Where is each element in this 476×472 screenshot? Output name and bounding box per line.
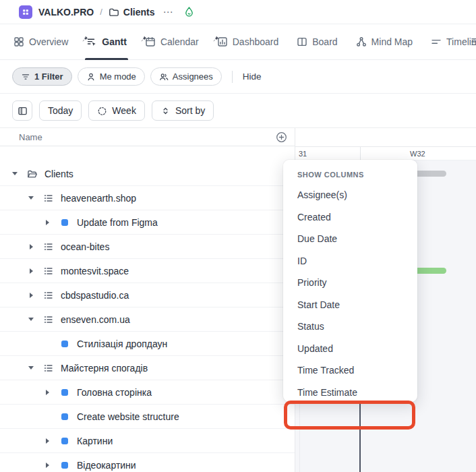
tree-row[interactable]: Відеокартини xyxy=(0,453,295,472)
view-tab-label: Dashboard xyxy=(233,36,279,47)
row-label[interactable]: cbdspastudio.ca xyxy=(61,290,129,301)
workspace-avatar[interactable] xyxy=(19,5,32,19)
gantt-toolbar: Today Week Sort by xyxy=(0,94,476,128)
add-column-button[interactable] xyxy=(276,131,287,143)
expand-caret[interactable] xyxy=(26,193,36,204)
workspace-name[interactable]: VALKO.PRO xyxy=(38,7,94,18)
show-columns-item-priority[interactable]: Priority xyxy=(283,272,417,294)
tab-gantt[interactable]: Gantt xyxy=(86,24,127,59)
list-icon xyxy=(43,266,54,276)
assignees-button[interactable]: Assignees xyxy=(150,67,222,86)
show-columns-item-status[interactable]: Status xyxy=(283,316,417,338)
task-status-square xyxy=(59,217,70,228)
tree-row[interactable]: Майстерня спогадів xyxy=(0,356,295,380)
expand-caret[interactable] xyxy=(26,314,36,325)
row-label[interactable]: Update from Figma xyxy=(77,217,158,228)
expand-caret[interactable] xyxy=(42,217,53,228)
row-label[interactable]: Картини xyxy=(77,436,113,446)
expand-caret[interactable] xyxy=(42,460,53,471)
tab-mind-map[interactable]: Mind Map xyxy=(356,24,413,59)
dashboard-icon xyxy=(217,36,228,47)
week-gridline xyxy=(360,147,361,161)
show-columns-item-time-estimate[interactable]: Time Estimate xyxy=(283,382,417,403)
week-label-32: W32 xyxy=(410,150,425,158)
show-columns-item-id[interactable]: ID xyxy=(283,250,417,272)
view-tab-label: Calendar xyxy=(160,36,199,47)
expand-caret[interactable] xyxy=(42,436,53,446)
week-label: Week xyxy=(112,105,136,116)
expand-caret[interactable] xyxy=(26,241,36,252)
row-label[interactable]: montesvit.space xyxy=(61,266,129,276)
row-label[interactable]: heavenearth.shop xyxy=(61,193,136,204)
task-tree: Clients heavenearth.shop Update from Fig… xyxy=(0,162,295,472)
today-label: Today xyxy=(48,105,73,116)
tree-row[interactable]: Clients xyxy=(0,162,295,186)
divider xyxy=(232,71,233,83)
row-label[interactable]: Clients xyxy=(44,169,73,179)
name-column-header: Name xyxy=(0,128,295,146)
row-label[interactable]: Відеокартини xyxy=(77,460,136,471)
hide-button[interactable]: Hide xyxy=(243,71,262,82)
row-label[interactable]: Головна сторінка xyxy=(77,387,152,398)
timeline-header: 31 W32 xyxy=(295,146,476,160)
assignees-label: Assignees xyxy=(173,71,213,82)
expand-caret[interactable] xyxy=(42,387,53,398)
tree-row[interactable]: Головна сторінка xyxy=(0,380,295,405)
tab-timeline[interactable]: Timeline xyxy=(431,24,476,59)
show-columns-item-assignee-s-[interactable]: Assignee(s) xyxy=(283,184,417,206)
show-columns-item-updated[interactable]: Updated xyxy=(283,338,417,360)
more-views-icon[interactable] xyxy=(471,36,476,47)
expand-caret[interactable] xyxy=(42,411,53,422)
tree-row[interactable]: Картини xyxy=(0,429,295,453)
calendar-icon xyxy=(145,36,156,47)
week-zoom-button[interactable]: Week xyxy=(88,100,145,121)
me-mode-label: Me mode xyxy=(100,71,136,82)
row-label[interactable]: Create website structure xyxy=(77,411,179,422)
show-columns-items: Assignee(s)CreatedDue DateIDPriorityStar… xyxy=(283,184,417,402)
health-drop-icon[interactable] xyxy=(183,6,195,18)
view-tab-label: Gantt xyxy=(102,36,127,47)
task-status-square xyxy=(59,411,70,422)
tree-row[interactable]: ocean-bites xyxy=(0,235,295,259)
show-columns-item-created[interactable]: Created xyxy=(283,206,417,229)
tree-row[interactable]: heavenearth.shop xyxy=(0,186,295,210)
show-columns-item-time-tracked[interactable]: Time Tracked xyxy=(283,359,417,382)
sort-by-button[interactable]: Sort by xyxy=(152,100,214,121)
row-label[interactable]: ocean-bites xyxy=(61,241,109,252)
expand-caret[interactable] xyxy=(26,363,36,374)
breadcrumb-location[interactable]: Clients xyxy=(123,7,155,18)
row-label[interactable]: Майстерня спогадів xyxy=(61,363,148,374)
people-icon xyxy=(159,72,169,82)
expand-caret[interactable] xyxy=(9,169,20,179)
tab-overview[interactable]: Overview xyxy=(13,24,68,59)
filter-button[interactable]: 1 Filter xyxy=(12,67,72,86)
tree-row[interactable]: Стилізація дропдаун xyxy=(0,332,295,356)
pin-icon xyxy=(82,33,88,39)
tab-dashboard[interactable]: Dashboard xyxy=(217,24,279,59)
sidebar-panel-icon xyxy=(18,106,28,116)
gantt-icon xyxy=(86,36,97,47)
tree-row[interactable]: enseven.com.ua xyxy=(0,307,295,332)
task-status-square xyxy=(59,436,70,446)
view-tab-label: Board xyxy=(312,36,337,47)
tree-row[interactable]: montesvit.space xyxy=(0,259,295,283)
more-options-icon[interactable]: ⋯ xyxy=(163,6,174,18)
expand-caret[interactable] xyxy=(26,290,36,301)
tree-row[interactable]: cbdspastudio.ca xyxy=(0,283,295,307)
me-mode-button[interactable]: Me mode xyxy=(78,67,145,86)
row-label[interactable]: enseven.com.ua xyxy=(61,314,130,325)
expand-caret[interactable] xyxy=(42,338,53,349)
mindmap-icon xyxy=(356,36,367,47)
expand-caret[interactable] xyxy=(26,266,36,276)
folder-icon xyxy=(109,7,119,18)
tab-board[interactable]: Board xyxy=(297,24,337,59)
tab-calendar[interactable]: Calendar xyxy=(145,24,199,59)
today-button[interactable]: Today xyxy=(39,100,82,121)
row-label[interactable]: Стилізація дропдаун xyxy=(77,338,167,349)
tree-row[interactable]: Update from Figma xyxy=(0,210,295,235)
view-tab-label: Overview xyxy=(29,36,68,47)
tree-row[interactable]: Create website structure xyxy=(0,405,295,429)
show-columns-item-start-date[interactable]: Start Date xyxy=(283,294,417,316)
show-columns-item-due-date[interactable]: Due Date xyxy=(283,228,417,250)
toggle-sidebar-button[interactable] xyxy=(12,100,32,121)
